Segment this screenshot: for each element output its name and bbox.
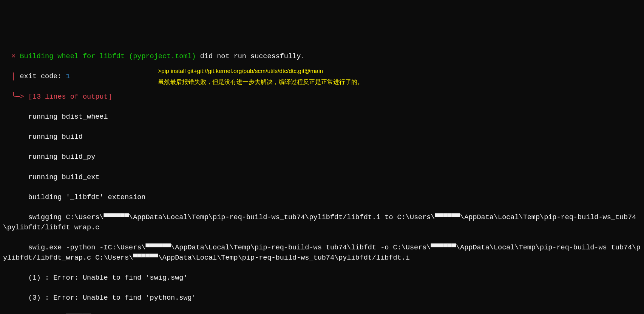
x-icon: × bbox=[3, 53, 20, 60]
annotation-note: 虽然最后报错失败，但是没有进一步去解决，编译过程反正是正常进行了的。 bbox=[158, 76, 363, 87]
lines-output-label: [13 lines of output] bbox=[28, 93, 112, 101]
annotation-overlay: >pip install git+git://git.kernel.org/pu… bbox=[158, 65, 363, 88]
build-title: Building wheel for libfdt (pyproject.tom… bbox=[20, 53, 196, 60]
terminal-output: × Building wheel for libfdt (pyproject.t… bbox=[3, 42, 644, 314]
output-line: building '_libfdt' extension bbox=[3, 193, 644, 203]
output-line: running build bbox=[3, 132, 644, 142]
annotation-command: >pip install git+git://git.kernel.org/pu… bbox=[158, 65, 363, 76]
output-line: (1) : Error: Unable to find 'swig.swg' bbox=[3, 273, 644, 283]
build-header-line: × Building wheel for libfdt (pyproject.t… bbox=[3, 52, 644, 62]
output-line: swigging C:\Users\▀▀▀▀▀▀\AppData\Local\T… bbox=[3, 213, 644, 233]
output-line: running bdist_wheel bbox=[3, 112, 644, 122]
output-line: (3) : Error: Unable to find 'python.swg' bbox=[3, 293, 644, 303]
output-line: swig.exe -python -IC:\Users\▀▀▀▀▀▀\AppDa… bbox=[3, 243, 644, 263]
tree-elbow-icon: ╰─> bbox=[3, 93, 28, 101]
output-line: running build_ext bbox=[3, 173, 644, 183]
exit-label: exit code: bbox=[20, 73, 66, 80]
output-line: running build_py bbox=[3, 152, 644, 162]
tree-branch-icon: │ bbox=[3, 73, 20, 80]
build-title-rest: did not run successfully. bbox=[196, 53, 305, 60]
output-header-line: ╰─> [13 lines of output] bbox=[3, 92, 644, 102]
exit-code-value: 1 bbox=[66, 73, 70, 80]
